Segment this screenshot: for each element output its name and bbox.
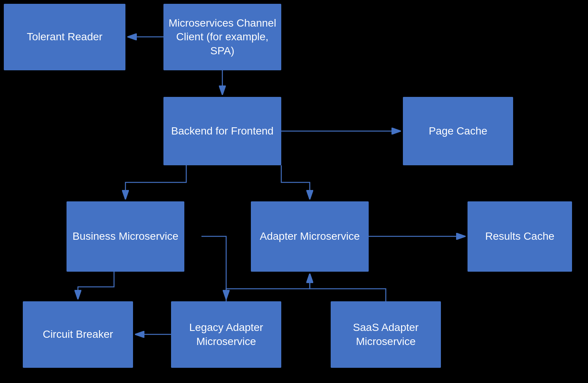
box-page-cache: Page Cache bbox=[403, 97, 513, 165]
box-legacy-adapter: Legacy Adapter Microservice bbox=[171, 301, 281, 368]
box-channel-client: Microservices Channel Client (for exampl… bbox=[163, 4, 281, 70]
box-saas-adapter: SaaS Adapter Microservice bbox=[331, 301, 441, 368]
box-business-microservice: Business Microservice bbox=[67, 201, 184, 272]
box-tolerant-reader: Tolerant Reader bbox=[4, 4, 125, 70]
box-results-cache: Results Cache bbox=[468, 201, 572, 272]
diagram: Tolerant Reader Microservices Channel Cl… bbox=[0, 0, 588, 383]
box-adapter-microservice: Adapter Microservice bbox=[251, 201, 369, 272]
box-backend-frontend: Backend for Frontend bbox=[163, 97, 281, 165]
box-circuit-breaker: Circuit Breaker bbox=[23, 301, 133, 368]
